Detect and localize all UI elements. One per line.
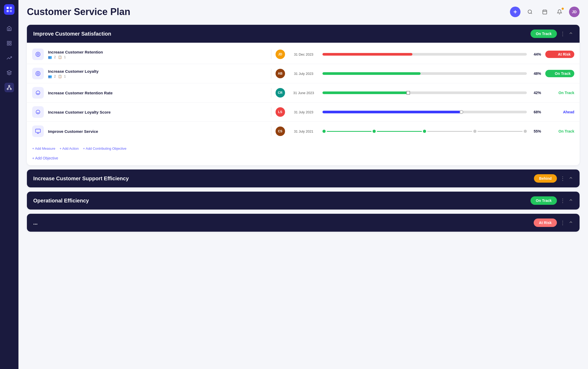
kr-progress-bar-2 (322, 72, 527, 75)
kr-name-3: Increase Customer Retention Rate (48, 91, 267, 95)
user-avatar[interactable]: JD (569, 7, 580, 17)
svg-rect-6 (7, 44, 9, 45)
svg-rect-0 (7, 7, 9, 9)
add-links-row: + Add Measure + Add Action + Add Contrib… (27, 143, 580, 153)
notification-button[interactable] (554, 7, 565, 17)
kr-row-1: Increase Customer Retention 👥2 📋1 JD 31 … (27, 45, 580, 64)
objective-collapse-2[interactable] (568, 176, 573, 182)
kr-progress-1: 44% (322, 52, 541, 56)
sidebar-item-analytics[interactable] (4, 53, 14, 63)
kr-pct-5: 55% (530, 129, 541, 133)
kr-progress-5: 55% (322, 129, 541, 133)
svg-point-28 (36, 91, 40, 95)
kr-pct-4: 68% (530, 110, 541, 114)
kr-name-5: Improve Customer Service (48, 129, 267, 134)
separator-1 (271, 50, 271, 59)
kr-pct-1: 44% (530, 52, 541, 56)
kr-progress-fill-4 (322, 111, 461, 113)
objective-header-right-3: On Track ⋮ (531, 196, 573, 205)
calendar-button[interactable] (539, 7, 550, 17)
kr-name-2: Increase Customer Loyalty (48, 69, 267, 74)
top-header: Customer Service Plan JD (27, 6, 580, 17)
objective-header-1: Improve Customer Satisfaction On Track ⋮ (27, 25, 580, 43)
kr-name-4: Increase Customer Loyalty Score (48, 110, 267, 114)
separator-2 (271, 69, 271, 78)
kr-row-3: Increase Customer Retention Rate CR 31 J… (27, 83, 580, 103)
kr-icon-1 (32, 48, 44, 60)
sidebar-item-dashboard[interactable] (4, 38, 14, 48)
header-actions: JD (510, 7, 580, 17)
sidebar-logo[interactable] (4, 4, 15, 15)
sidebar-item-home[interactable] (4, 24, 14, 33)
kr-avatar-2: AB (276, 69, 285, 78)
svg-rect-2 (7, 10, 9, 12)
add-measure-link[interactable]: + Add Measure (32, 147, 55, 150)
kr-date-3: 31 June 2023 (289, 91, 318, 95)
kr-pct-3: 42% (530, 91, 541, 95)
kr-progress-3: 42% (322, 91, 541, 95)
kr-row-4: Increase Customer Loyalty Score LS 31 Ju… (27, 103, 580, 122)
kr-status-3: On Track (545, 91, 574, 95)
kr-progress-bar-4 (322, 111, 527, 113)
add-button[interactable] (510, 7, 520, 17)
svg-point-10 (7, 88, 8, 90)
objective-card-1: Improve Customer Satisfaction On Track ⋮ (27, 25, 580, 165)
add-objective-link[interactable]: + Add Objective (32, 156, 58, 160)
objective-card-3: Operational Efficiency On Track ⋮ (27, 192, 580, 210)
svg-rect-34 (36, 129, 40, 133)
objective-card-2: Increase Customer Support Efficiency Beh… (27, 169, 580, 187)
sidebar-navigation (4, 24, 14, 92)
kr-progress-fill-2 (322, 72, 421, 75)
objective-collapse-4[interactable] (568, 220, 573, 226)
objective-header-2: Increase Customer Support Efficiency Beh… (27, 169, 580, 187)
kr-date-1: 31 Dec 2023 (289, 52, 318, 56)
separator-4 (271, 107, 271, 117)
sidebar-item-layers[interactable] (4, 68, 14, 77)
add-contributing-link[interactable]: + Add Contributing Objective (83, 147, 126, 150)
objective-menu-2[interactable]: ⋮ (560, 175, 565, 182)
objective-status-3[interactable]: On Track (531, 196, 557, 205)
svg-rect-5 (10, 41, 11, 43)
kr-row-5: Improve Customer Service CS 31 July 2021 (27, 122, 580, 141)
kr-date-2: 31 July 2023 (289, 72, 318, 76)
kr-progress-fill-1 (322, 53, 412, 56)
svg-point-27 (38, 73, 38, 74)
kr-progress-4: 68% (322, 110, 541, 114)
add-objective-row: + Add Objective (27, 153, 580, 165)
svg-rect-3 (10, 10, 12, 12)
kr-status-1: At Risk (545, 51, 574, 58)
svg-point-31 (36, 110, 40, 114)
kr-sub-1: 👥2 📋1 (48, 55, 267, 59)
objective-collapse-1[interactable] (568, 31, 573, 37)
objective-header-right-1: On Track ⋮ (531, 30, 573, 38)
objective-menu-1[interactable]: ⋮ (560, 31, 565, 37)
objective-title-2: Increase Customer Support Efficiency (33, 176, 129, 182)
kr-progress-bar-1 (322, 53, 527, 56)
svg-point-11 (10, 88, 11, 90)
objective-title-1: Improve Customer Satisfaction (33, 31, 111, 37)
objective-header-right-2: Behind ⋮ (534, 174, 573, 183)
objective-menu-4[interactable]: ⋮ (560, 220, 565, 226)
svg-rect-1 (10, 7, 12, 9)
kr-progress-2: 48% (322, 71, 541, 76)
kr-icon-2 (32, 68, 44, 79)
kr-avatar-1: JD (276, 50, 285, 59)
objective-status-4[interactable]: At Risk (534, 219, 557, 227)
separator-5 (271, 127, 271, 136)
objective-menu-3[interactable]: ⋮ (560, 197, 565, 204)
objective-header-right-4: At Risk ⋮ (534, 219, 573, 227)
kr-icon-3 (32, 87, 44, 99)
kr-sub-2: 👥2 📋1 (48, 75, 267, 78)
sidebar-item-network[interactable] (4, 83, 14, 92)
objective-status-2[interactable]: Behind (534, 174, 557, 183)
objective-collapse-3[interactable] (568, 198, 573, 204)
kr-avatar-3: CR (276, 88, 285, 98)
objective-status-1[interactable]: On Track (531, 30, 557, 38)
add-action-link[interactable]: + Add Action (60, 147, 79, 150)
svg-point-9 (9, 85, 10, 87)
svg-rect-4 (7, 41, 9, 43)
kr-avatar-5: CS (276, 127, 285, 136)
separator-3 (271, 88, 271, 98)
objective-card-4: ... At Risk ⋮ (27, 214, 580, 232)
search-button[interactable] (525, 7, 535, 17)
